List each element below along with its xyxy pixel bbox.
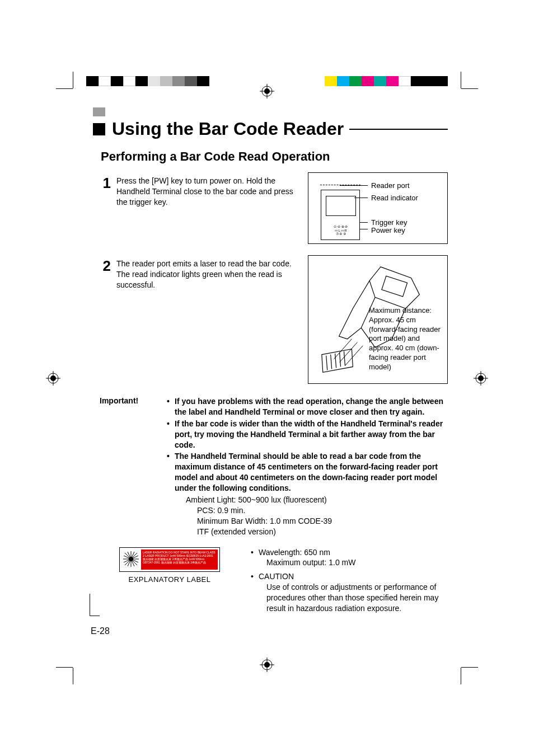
registration-mark-icon xyxy=(260,84,274,98)
figure-caption: Maximum distance: Approx. 45 cm (forward… xyxy=(369,306,441,372)
important-block: Important! If you have problems with the… xyxy=(100,396,448,538)
registration-mark-icon xyxy=(474,371,488,386)
important-label: Important! xyxy=(100,396,150,538)
page: Using the Bar Code Reader Performing a B… xyxy=(0,0,534,756)
wavelength-line: Wavelength: 650 nm xyxy=(259,548,330,557)
figure-scan-distance: Maximum distance: Approx. 45 cm (forward… xyxy=(308,255,448,384)
svg-line-20 xyxy=(326,356,327,370)
label-caption: EXPLANATORY LABEL xyxy=(100,575,240,584)
step-2: 2 The reader port emits a laser to read … xyxy=(100,255,448,384)
step-number: 2 xyxy=(100,259,111,273)
section-heading: Using the Bar Code Reader Performing a B… xyxy=(90,107,448,164)
registration-mark-icon xyxy=(46,371,60,386)
svg-line-23 xyxy=(340,353,341,367)
spec-bullet: Wavelength: 650 nm Maximum output: 1.0 m… xyxy=(251,547,448,569)
callout-reader-port: Reader port xyxy=(371,181,410,190)
figure-device-labels: ⊙ ⊖ ⊕ ⊘▭L ▭R⑦ ⑧ ⑨ Reader port Read indic… xyxy=(308,172,448,244)
caution-bullet: CAUTION Use of controls or adjustments o… xyxy=(251,571,448,614)
caution-body: Use of controls or adjustments or perfor… xyxy=(259,582,448,614)
right-notes: Wavelength: 650 nm Maximum output: 1.0 m… xyxy=(251,547,448,617)
print-swatch-strip-right xyxy=(325,76,448,86)
important-bullet: If the bar code is wider than the width … xyxy=(167,419,448,450)
heading-rule xyxy=(349,129,448,130)
callout-read-indicator: Read indicator xyxy=(371,194,418,202)
step-1: 1 Press the [PW] key to turn power on. H… xyxy=(100,172,448,244)
lower-block: LASER RADIATION DO NOT STARE INTO BEAM C… xyxy=(100,547,448,617)
caution-title: CAUTION xyxy=(259,572,294,581)
laser-starburst-icon xyxy=(122,550,140,568)
condition-line: ITF (extended version) xyxy=(197,527,448,537)
important-bullet: If you have problems with the read opera… xyxy=(167,396,448,417)
svg-line-22 xyxy=(335,354,336,368)
explanatory-label-figure: LASER RADIATION DO NOT STARE INTO BEAM C… xyxy=(100,547,240,617)
condition-line: PCS: 0.9 min. xyxy=(197,505,448,516)
crop-mark-icon xyxy=(56,88,78,111)
subheading: Performing a Bar Code Read Operation xyxy=(101,149,448,164)
condition-line: Ambient Light: 500~900 lux (fluorescent) xyxy=(186,495,448,505)
important-body: If you have problems with the read opera… xyxy=(167,396,448,538)
page-number-rule xyxy=(90,594,90,616)
crop-mark-icon xyxy=(56,645,78,668)
svg-point-33 xyxy=(129,557,133,561)
print-swatch-strip-left xyxy=(86,76,209,86)
svg-line-21 xyxy=(331,355,332,369)
step-text: The reader port emits a laser to read th… xyxy=(116,259,297,290)
step-number: 1 xyxy=(100,176,111,190)
callout-power-key: Power key xyxy=(371,226,405,234)
important-bullet-text: The Handheld Terminal should be able to … xyxy=(175,452,438,492)
page-title: Using the Bar Code Reader xyxy=(112,119,344,139)
conditions-list: Ambient Light: 500~900 lux (fluorescent)… xyxy=(186,495,448,537)
svg-line-17 xyxy=(334,339,352,359)
callout-trigger-key: Trigger key xyxy=(371,218,407,227)
content-area: 1 Press the [PW] key to turn power on. H… xyxy=(100,172,448,617)
crop-mark-icon xyxy=(456,645,478,668)
heading-bullet-icon xyxy=(93,123,105,135)
svg-line-19 xyxy=(345,346,363,366)
laser-warning-label-text: LASER RADIATION DO NOT STARE INTO BEAM C… xyxy=(141,550,218,570)
important-bullet: The Handheld Terminal should be able to … xyxy=(167,451,448,537)
svg-line-24 xyxy=(344,351,345,366)
heading-accent-icon xyxy=(93,107,105,116)
page-number: E-28 xyxy=(91,626,110,636)
step-text: Press the [PW] key to turn power on. Hol… xyxy=(116,176,297,208)
condition-line: Minimum Bar Width: 1.0 mm CODE-39 xyxy=(197,516,448,527)
svg-rect-16 xyxy=(382,276,407,297)
max-output-line: Maximum output: 1.0 mW xyxy=(259,557,448,568)
registration-mark-icon xyxy=(260,658,274,672)
crop-mark-icon xyxy=(456,88,478,111)
svg-line-18 xyxy=(340,342,358,363)
